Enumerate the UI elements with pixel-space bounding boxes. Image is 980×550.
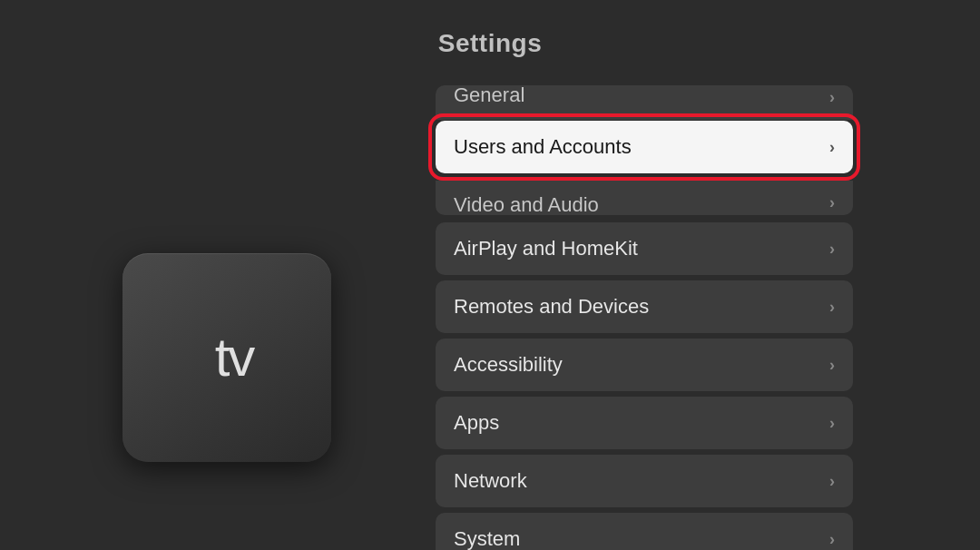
page-title: Settings	[0, 0, 980, 58]
settings-item-remotes-devices[interactable]: Remotes and Devices›	[436, 280, 853, 333]
settings-list-container: General › Users and Accounts › Video and…	[436, 85, 926, 550]
users-accounts-chevron-icon: ›	[829, 138, 835, 157]
settings-item-accessibility[interactable]: Accessibility›	[436, 339, 853, 391]
general-label: General	[454, 85, 524, 107]
settings-item-apps[interactable]: Apps›	[436, 397, 853, 449]
network-label: Network	[454, 469, 527, 493]
video-audio-chevron-icon: ›	[829, 193, 835, 212]
tv-label: tv	[215, 326, 254, 388]
appletv-device: tv	[122, 253, 331, 462]
settings-item-system[interactable]: System›	[436, 513, 853, 550]
apps-label: Apps	[454, 411, 499, 435]
users-accounts-wrapper: Users and Accounts ›	[436, 121, 853, 173]
device-illustration: tv	[73, 158, 381, 551]
accessibility-chevron-icon: ›	[829, 356, 835, 375]
settings-item-airplay-homekit[interactable]: AirPlay and HomeKit›	[436, 222, 853, 275]
remotes-devices-label: Remotes and Devices	[454, 295, 649, 319]
settings-item-video-audio-clipped: Video and Audio ›	[436, 181, 853, 215]
airplay-homekit-chevron-icon: ›	[829, 240, 835, 259]
apps-chevron-icon: ›	[829, 414, 835, 433]
accessibility-label: Accessibility	[454, 353, 563, 377]
settings-list: General › Users and Accounts › Video and…	[436, 85, 853, 550]
remotes-devices-chevron-icon: ›	[829, 298, 835, 317]
settings-item-general-clipped: General ›	[436, 85, 853, 120]
network-chevron-icon: ›	[829, 472, 835, 491]
general-chevron-icon: ›	[829, 88, 835, 107]
settings-item-network[interactable]: Network›	[436, 455, 853, 507]
video-audio-label: Video and Audio	[454, 193, 599, 215]
airplay-homekit-label: AirPlay and HomeKit	[454, 237, 638, 260]
system-label: System	[454, 527, 520, 550]
main-content: tv General › Users and Accounts ›	[0, 67, 980, 550]
system-chevron-icon: ›	[829, 530, 835, 549]
users-accounts-item[interactable]: Users and Accounts ›	[436, 121, 853, 173]
regular-settings-items: AirPlay and HomeKit›Remotes and Devices›…	[436, 222, 853, 550]
users-accounts-label: Users and Accounts	[454, 135, 632, 159]
